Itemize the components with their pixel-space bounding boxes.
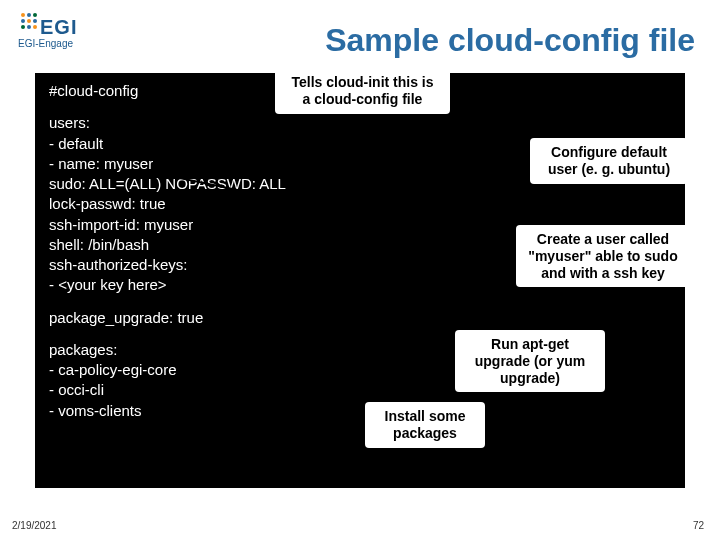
callout-text: Tells cloud-init this is [285,74,440,91]
logo-sub: EGI-Engage [18,38,73,49]
callout-text: Install some [375,408,475,425]
svg-point-0 [21,13,25,17]
svg-point-6 [21,25,25,29]
code-line: - voms-clients [49,401,671,421]
page-number: 72 [693,520,704,531]
code-line: lock-passwd: true [49,194,671,214]
slide-title: Sample cloud-config file [325,22,695,59]
callout-text: a cloud-config file [285,91,440,108]
svg-point-5 [33,19,37,23]
footer-date: 2/19/2021 [12,520,57,531]
svg-point-4 [27,19,31,23]
callout-text: "myuser" able to sudo [526,248,680,265]
callout-text: packages [375,425,475,442]
slide: EGI EGI-Engage Sample cloud-config file … [0,0,720,540]
callout-text: Configure default [540,144,678,161]
svg-point-1 [27,13,31,17]
code-line: users: [49,113,671,133]
callout-default-user: Configure default user (e. g. ubuntu) [530,138,688,184]
callout-text: user (e. g. ubuntu) [540,161,678,178]
callout-text: and with a ssh key [526,265,680,282]
svg-point-2 [33,13,37,17]
callout-myuser: Create a user called "myuser" able to su… [516,225,690,287]
callout-text: Create a user called [526,231,680,248]
callout-packages: Install some packages [365,402,485,448]
callout-cloud-init: Tells cloud-init this is a cloud-config … [275,68,450,114]
logo: EGI EGI-Engage [10,8,80,58]
footer: 2/19/2021 72 [0,514,720,534]
svg-point-7 [27,25,31,29]
logo-brand: EGI [40,16,77,39]
callout-text: upgrade (or yum [465,353,595,370]
callout-text: upgrade) [465,370,595,387]
code-line: package_upgrade: true [49,308,671,328]
svg-point-8 [33,25,37,29]
svg-point-3 [21,19,25,23]
callout-text: Run apt-get [465,336,595,353]
logo-dots-icon [18,10,40,36]
callout-upgrade: Run apt-get upgrade (or yum upgrade) [455,330,605,392]
